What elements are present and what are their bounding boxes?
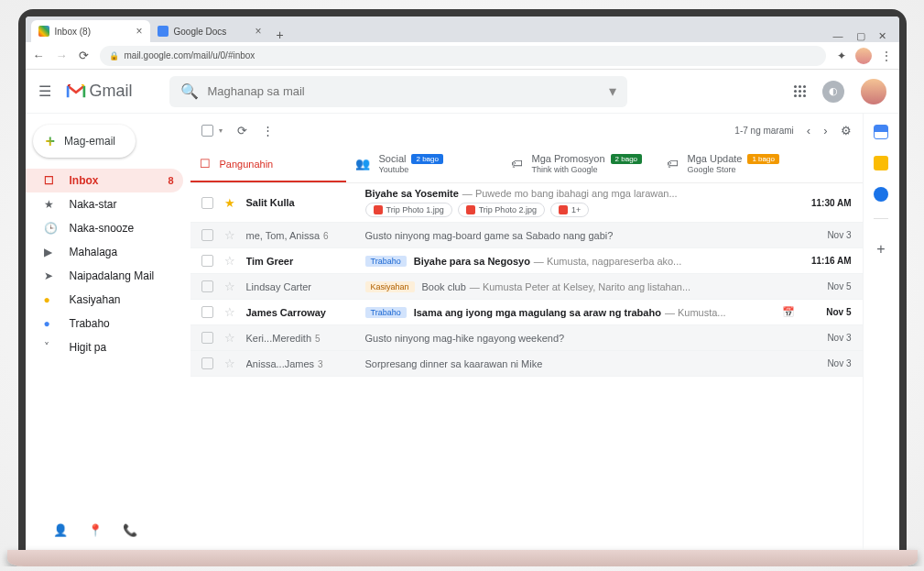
tasks-icon[interactable] bbox=[874, 187, 888, 202]
email-checkbox[interactable] bbox=[201, 255, 213, 267]
sidebar-item-label: Naipadalang Mail bbox=[70, 269, 155, 282]
tab-title: Inbox (8) bbox=[55, 27, 91, 37]
email-date: Nov 3 bbox=[800, 358, 852, 368]
sidebar-item-naka-star[interactable]: ★ Naka-star bbox=[26, 192, 183, 216]
refresh-icon[interactable]: ⟳ bbox=[237, 124, 247, 137]
email-row[interactable]: ☆ Keri...Meredith5 Gusto ninyong mag-hik… bbox=[190, 325, 863, 351]
email-checkbox[interactable] bbox=[201, 197, 213, 209]
gmail-favicon bbox=[38, 26, 49, 37]
back-icon[interactable]: ← bbox=[33, 49, 45, 62]
phone-icon[interactable]: 📞 bbox=[123, 523, 137, 537]
sidebar-item-naipadalang-mail[interactable]: ➤ Naipadalang Mail bbox=[26, 264, 183, 288]
settings-gear-icon[interactable]: ⚙ bbox=[841, 124, 852, 137]
close-tab-icon[interactable]: × bbox=[136, 25, 142, 38]
sidebar-item-trabaho[interactable]: ● Trabaho bbox=[26, 312, 183, 335]
attachment-chip[interactable]: 1+ bbox=[550, 203, 589, 217]
category-tab-social[interactable]: 👥 Social2 bago Youtube bbox=[346, 147, 502, 182]
prev-page-icon[interactable]: ‹ bbox=[807, 124, 810, 137]
category-tab-mga-promosyon[interactable]: 🏷 Mga Promosyon2 bago Think with Google bbox=[502, 147, 658, 182]
compose-button[interactable]: + Mag-email bbox=[33, 125, 136, 158]
sidebar-item-label: Higit pa bbox=[70, 341, 107, 354]
browser-tab-inbox[interactable]: Inbox (8) × bbox=[31, 20, 150, 42]
email-checkbox[interactable] bbox=[201, 357, 213, 369]
email-subject: Isama ang iyong mga magulang sa araw ng … bbox=[414, 307, 661, 318]
browser-tab-docs[interactable]: Google Docs × bbox=[150, 20, 269, 42]
email-row[interactable]: ☆ James Carroway Trabaho Isama ang iyong… bbox=[190, 300, 863, 325]
email-subject: Gusto ninyong mag-board game sa Sabado n… bbox=[365, 230, 614, 241]
category-label: Pangunahin bbox=[220, 159, 274, 170]
sidebar-item-inbox[interactable]: ☐ Inbox 8 bbox=[26, 169, 183, 192]
star-icon[interactable]: ☆ bbox=[224, 305, 235, 319]
email-date: 11:16 AM bbox=[800, 256, 852, 266]
label-chip[interactable]: Kasiyahan bbox=[365, 281, 415, 292]
email-checkbox[interactable] bbox=[201, 306, 213, 318]
image-icon bbox=[466, 205, 475, 214]
email-row[interactable]: ☆ me, Tom, Anissa6 Gusto ninyong mag-boa… bbox=[190, 223, 863, 248]
gmail-logo[interactable]: Gmail bbox=[66, 82, 133, 101]
browser-menu-icon[interactable]: ⋮ bbox=[881, 49, 892, 62]
close-window-icon[interactable]: ✕ bbox=[878, 30, 886, 42]
url-bar[interactable]: 🔒 mail.google.com/mail/u/0/#inbox bbox=[100, 46, 826, 66]
star-icon[interactable]: ☆ bbox=[224, 357, 235, 370]
email-sender: Anissa...James3 bbox=[246, 358, 365, 369]
search-input[interactable] bbox=[208, 84, 600, 98]
clock-icon: 🕒 bbox=[44, 222, 57, 235]
sidebar-item-higit-pa[interactable]: ˅ Higit pa bbox=[26, 335, 183, 359]
next-page-icon[interactable]: › bbox=[823, 124, 827, 137]
close-tab-icon[interactable]: × bbox=[255, 25, 261, 38]
email-sender: me, Tom, Anissa6 bbox=[246, 230, 365, 241]
hamburger-menu-icon[interactable]: ☰ bbox=[38, 82, 57, 100]
email-date: 11:30 AM bbox=[800, 198, 852, 208]
email-row[interactable]: ★ Salit Kulla Biyahe sa Yosemite — Puwed… bbox=[190, 183, 863, 223]
select-all-checkbox[interactable] bbox=[201, 125, 213, 137]
email-snippet: — Kumusta, nagpareserba ako... bbox=[534, 256, 681, 267]
email-row[interactable]: ☆ Anissa...James3 Sorpresang dinner sa k… bbox=[190, 351, 863, 377]
email-checkbox[interactable] bbox=[201, 332, 213, 344]
email-checkbox[interactable] bbox=[201, 280, 213, 292]
divider bbox=[874, 218, 888, 219]
email-sender: James Carroway bbox=[246, 307, 365, 318]
forward-icon[interactable]: → bbox=[56, 49, 68, 62]
contacts-icon[interactable]: 👤 bbox=[53, 523, 68, 537]
account-avatar[interactable] bbox=[861, 79, 886, 104]
addons-plus-icon[interactable]: + bbox=[876, 241, 885, 258]
label-chip[interactable]: Trabaho bbox=[365, 256, 407, 267]
star-icon: ★ bbox=[44, 198, 57, 211]
sidebar-item-naka-snooze[interactable]: 🕒 Naka-snooze bbox=[26, 216, 183, 240]
star-icon[interactable]: ☆ bbox=[224, 331, 235, 345]
profile-avatar-icon[interactable] bbox=[855, 48, 872, 64]
select-dropdown-icon[interactable]: ▾ bbox=[219, 126, 223, 135]
email-subject: Biyahe para sa Negosyo bbox=[414, 256, 530, 267]
extensions-icon[interactable]: ✦ bbox=[837, 49, 846, 62]
star-icon[interactable]: ★ bbox=[224, 196, 235, 210]
category-badge: 2 bago bbox=[411, 154, 442, 164]
label-chip[interactable]: Trabaho bbox=[365, 307, 407, 318]
sidebar: + Mag-email ☐ Inbox 8★ Naka-star 🕒 Naka-… bbox=[26, 114, 190, 550]
maximize-icon[interactable]: ▢ bbox=[856, 30, 865, 42]
attachment-chip[interactable]: Trip Photo 2.jpg bbox=[458, 203, 545, 217]
search-dropdown-icon[interactable]: ▾ bbox=[609, 82, 616, 100]
calendar-icon[interactable] bbox=[874, 125, 888, 139]
category-tab-mga-update[interactable]: 🏷 Mga Update1 bago Google Store bbox=[658, 147, 813, 182]
sidebar-item-mahalaga[interactable]: ▶ Mahalaga bbox=[26, 240, 183, 264]
email-row[interactable]: ☆ Lindsay Carter Kasiyahan Book club — K… bbox=[190, 274, 863, 300]
email-row[interactable]: ☆ Tim Greer Trabaho Biyahe para sa Negos… bbox=[190, 248, 863, 274]
star-icon[interactable]: ☆ bbox=[224, 228, 235, 242]
attachment-chip[interactable]: Trip Photo 1.jpg bbox=[365, 203, 452, 217]
search-box[interactable]: 🔍 ▾ bbox=[169, 76, 627, 107]
category-tab-pangunahin[interactable]: ☐ Pangunahin bbox=[190, 147, 346, 182]
notifications-icon[interactable]: ◐ bbox=[822, 81, 844, 103]
email-checkbox[interactable] bbox=[201, 229, 213, 241]
sidebar-item-kasiyahan[interactable]: ● Kasiyahan bbox=[26, 288, 183, 312]
more-icon[interactable]: ⋮ bbox=[262, 124, 274, 137]
keep-icon[interactable] bbox=[874, 156, 888, 170]
email-snippet: — Kumusta... bbox=[665, 307, 726, 318]
reload-icon[interactable]: ⟳ bbox=[79, 49, 89, 62]
spaces-icon[interactable]: 📍 bbox=[88, 523, 103, 537]
category-subtext: Youtube bbox=[379, 165, 443, 174]
star-icon[interactable]: ☆ bbox=[224, 254, 235, 268]
minimize-icon[interactable]: — bbox=[833, 30, 843, 42]
new-tab-button[interactable]: + bbox=[269, 27, 291, 42]
apps-grid-icon[interactable] bbox=[794, 85, 806, 97]
star-icon[interactable]: ☆ bbox=[224, 280, 235, 293]
